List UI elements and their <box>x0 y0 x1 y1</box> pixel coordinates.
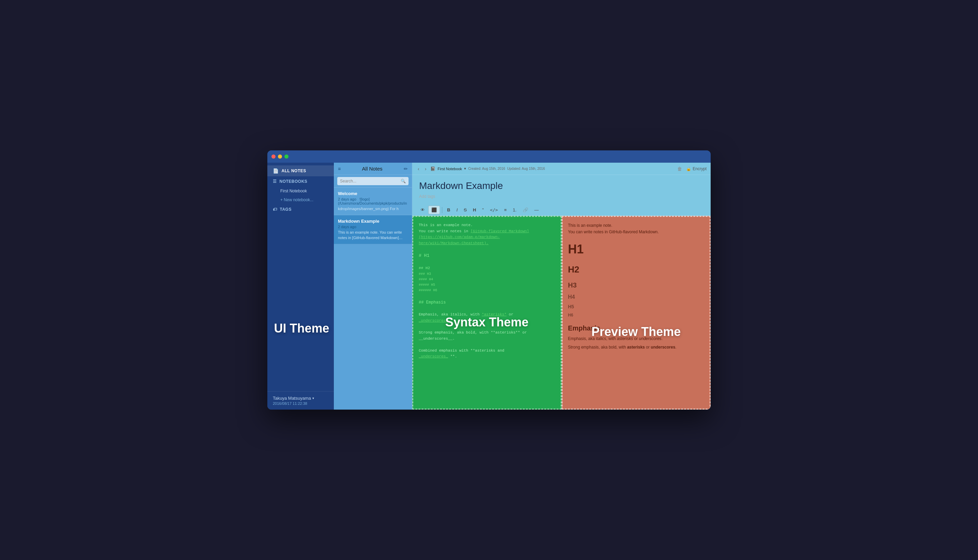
strikethrough-button[interactable]: S <box>461 206 470 214</box>
italic-button[interactable]: I <box>453 206 460 214</box>
note-item-welcome[interactable]: Welcome 2 days ago ![logo](/Users/nora/D… <box>334 188 412 215</box>
user-name[interactable]: Takuya Matsuyama ▾ <box>273 396 328 401</box>
preview-h6: H6 <box>568 312 705 318</box>
chevron-down-icon: ▾ <box>312 396 314 400</box>
preview-toggle-button[interactable]: 👁 <box>418 206 428 214</box>
add-notebook-button[interactable]: + New notebook... <box>267 195 334 204</box>
maximize-button[interactable] <box>284 155 288 158</box>
search-input[interactable] <box>337 177 408 185</box>
syntax-em5: Combined emphasis with **asterisks and <box>419 348 555 354</box>
add-notebook-label: + New notebook... <box>280 197 313 202</box>
editor-title[interactable]: Markdown Example <box>419 180 704 191</box>
editor-title-area: Markdown Example Add tags <box>412 175 711 204</box>
note-preview: kdrop/images/banner_sm.png) For h <box>338 206 408 212</box>
preview-em-header: Emphasis <box>568 323 705 333</box>
syntax-link2: (https://github.com/adam-p/markdown- <box>419 235 500 239</box>
note-meta: 2 days ago <box>338 225 408 229</box>
preview-h3: H3 <box>568 280 705 290</box>
sidebar-item-first-notebook[interactable]: First Notebook <box>267 187 334 195</box>
tags-section: 🏷 TAGS <box>267 204 334 215</box>
syntax-h3: ### H3 <box>419 272 555 277</box>
lock-icon: 🔒 <box>686 167 691 171</box>
note-title: Welcome <box>338 191 408 196</box>
created-date: Created: Aug 15th, 2016 <box>468 167 505 170</box>
updated-date: Updated: Aug 15th, 2016 <box>507 167 545 170</box>
notebooks-label: NOTEBOOKS <box>280 179 308 184</box>
bold-button[interactable]: B <box>444 206 453 214</box>
notes-panel-title: All Notes <box>362 166 383 172</box>
document-icon: 📄 <box>273 168 279 173</box>
quote-button[interactable]: " <box>480 206 487 214</box>
syntax-pane[interactable]: This is an example note. You can write n… <box>412 216 561 410</box>
preview-h4: H4 <box>568 293 705 302</box>
sidebar: 📄 ALL NOTES ☰ NOTEBOOKS First Notebook +… <box>267 163 334 410</box>
syntax-link3: here/wiki/Markdown-Cheatsheet). <box>419 241 489 245</box>
all-notes-label: ALL NOTES <box>282 168 306 173</box>
ol-button[interactable]: 1. <box>510 206 519 214</box>
new-note-icon[interactable]: ✏ <box>404 166 408 172</box>
preview-h1: H1 <box>568 239 705 259</box>
sidebar-item-all-notes[interactable]: 📄 ALL NOTES <box>267 165 334 176</box>
app-window: 📄 ALL NOTES ☰ NOTEBOOKS First Notebook +… <box>267 150 711 410</box>
syntax-h6: ###### H6 <box>419 288 555 293</box>
syntax-em2: _underscores_. <box>419 318 555 324</box>
syntax-h2: ## H2 <box>419 265 555 272</box>
preview-line1: This is an example note. <box>568 222 705 229</box>
syntax-em4: __underscores__. <box>419 336 555 342</box>
title-bar <box>267 150 711 163</box>
syntax-em6: _underscores_ **. <box>419 354 555 360</box>
minimize-button[interactable] <box>278 155 282 158</box>
preview-pane[interactable]: This is an example note. You can write n… <box>561 216 711 410</box>
format-divider-1 <box>442 207 442 213</box>
format-bar: 👁 ⬛ B I S H " </> ≡ 1. 🔗 — <box>412 204 711 216</box>
rule-button[interactable]: — <box>531 206 541 214</box>
notes-search: 🔍 <box>334 175 412 188</box>
note-date: 2 days ago <box>338 225 357 229</box>
back-button[interactable]: ‹ <box>417 165 421 172</box>
first-notebook-label: First Notebook <box>280 188 307 193</box>
tag-icon: 🏷 <box>273 207 277 212</box>
editor-toolbar-right: 🗑 🔒 Encrypt <box>677 166 706 172</box>
encrypt-label: Encrypt <box>693 167 706 171</box>
content-area: This is an example note. You can write n… <box>412 216 711 410</box>
notebook-dropdown-icon[interactable]: ▾ <box>464 167 466 171</box>
sidebar-nav: 📄 ALL NOTES ☰ NOTEBOOKS First Notebook +… <box>267 163 334 391</box>
heading-button[interactable]: H <box>470 206 479 214</box>
editor-toolbar: ‹ › 📓 First Notebook ▾ Created: Aug 15th… <box>412 163 711 175</box>
notes-panel: ≡ All Notes ✏ 🔍 Welcome 2 days ago ![log… <box>334 163 412 410</box>
trash-button[interactable]: 🗑 <box>677 166 682 172</box>
syntax-line3: (https://github.com/adam-p/markdown- <box>419 234 555 240</box>
tags-label: TAGS <box>280 207 292 212</box>
syntax-em1: Emphasis, aka italics, with *asterisks* … <box>419 312 555 318</box>
sort-icon[interactable]: ≡ <box>338 166 341 172</box>
preview-h2: H2 <box>568 263 705 277</box>
sidebar-footer: Takuya Matsuyama ▾ 2016/08/17 11:22:38 <box>267 391 334 410</box>
preview-em-text1: Emphasis, aka italics, with asterisks or… <box>568 336 705 342</box>
editor-panel: ‹ › 📓 First Notebook ▾ Created: Aug 15th… <box>412 163 711 410</box>
code-button[interactable]: </> <box>487 206 501 214</box>
note-meta: 2 days ago ![logo](/Users/nora/Documents… <box>338 197 408 205</box>
ul-button[interactable]: ≡ <box>501 206 510 214</box>
notes-panel-header: ≡ All Notes ✏ <box>334 163 412 175</box>
notebook-icon: 📓 <box>430 167 435 171</box>
tags-field[interactable]: Add tags <box>419 194 704 199</box>
traffic-lights <box>272 155 288 158</box>
note-item-markdown[interactable]: Markdown Example 2 days ago This is an e… <box>334 215 412 244</box>
split-view-button[interactable]: ⬛ <box>428 206 440 214</box>
main-content: 📄 ALL NOTES ☰ NOTEBOOKS First Notebook +… <box>267 163 711 410</box>
note-date: 2 days ago <box>338 197 357 201</box>
syntax-line4: here/wiki/Markdown-Cheatsheet). <box>419 240 555 247</box>
link-button[interactable]: 🔗 <box>520 206 531 214</box>
preview-em-text2: Strong emphasis, aka bold, with asterisk… <box>568 344 705 351</box>
encrypt-button[interactable]: 🔒 Encrypt <box>686 167 706 171</box>
syntax-h1: # H1 <box>419 252 555 260</box>
forward-button[interactable]: › <box>423 165 428 172</box>
close-button[interactable] <box>272 155 275 158</box>
note-title: Markdown Example <box>338 218 408 224</box>
syntax-h4: #### H4 <box>419 277 555 282</box>
syntax-line1: This is an example note. <box>419 222 555 228</box>
syntax-h5: ##### H5 <box>419 282 555 288</box>
notebook-name[interactable]: First Notebook <box>438 167 462 171</box>
note-preview: This is an example note. You can write n… <box>338 230 408 240</box>
syntax-link: [GitHub-flavored Markdown] <box>471 229 529 233</box>
